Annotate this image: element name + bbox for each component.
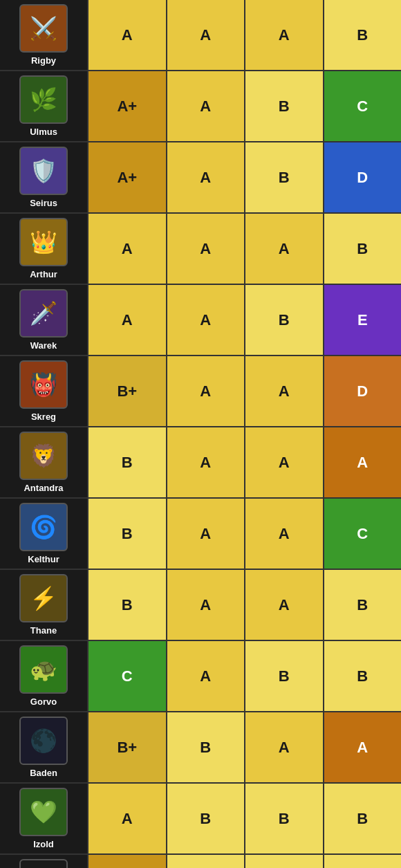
- hero-name: Kelthur: [28, 554, 59, 564]
- grade-cell: A: [166, 427, 245, 497]
- hero-avatar: 🛡️: [19, 147, 68, 195]
- table-row: 🌿UlmusA+ABC: [0, 71, 401, 142]
- grade-cell: B: [87, 570, 166, 640]
- hero-avatar: 🌿: [19, 75, 68, 124]
- grade-cell: A: [166, 142, 245, 212]
- grade-cell: B: [166, 784, 245, 853]
- grade-cell: B+: [87, 712, 166, 782]
- table-row: ⚔️RigbyAAAB: [0, 0, 401, 71]
- table-row: 🌀KelthurBAAC: [0, 499, 401, 570]
- hero-avatar: ⚔️: [19, 4, 68, 53]
- grade-cell: B: [323, 0, 402, 70]
- table-row: 🌑BadenB+BAA: [0, 712, 401, 784]
- grade-cell: A+: [87, 142, 166, 212]
- grade-cell: A: [244, 427, 323, 497]
- grade-cell: B: [323, 641, 402, 711]
- hero-avatar: 🗡️: [19, 289, 68, 338]
- table-row: 🦁AntandraBAAA: [0, 427, 401, 499]
- grade-cell: C: [323, 71, 402, 141]
- table-row: 🐢GorvoCABB: [0, 641, 401, 712]
- grade-cell: B: [244, 784, 323, 853]
- hero-name: Baden: [30, 768, 57, 778]
- hero-name: Arthur: [30, 269, 57, 279]
- hero-cell: ⚡Thane: [0, 570, 87, 640]
- grade-cell: A: [87, 285, 166, 355]
- grade-cell: A: [166, 71, 245, 141]
- hero-cell: 🌿Ulmus: [0, 71, 87, 141]
- table-row: 💀ThoranA+BBB: [0, 855, 401, 868]
- hero-avatar: 👑: [19, 218, 68, 266]
- table-row: 🗡️WarekAABE: [0, 285, 401, 356]
- tier-table: ⚔️RigbyAAAB🌿UlmusA+ABC🛡️SeirusA+ABD👑Arth…: [0, 0, 401, 868]
- grade-cell: A: [166, 214, 245, 284]
- hero-avatar: 🌑: [19, 717, 68, 765]
- grade-cell: B: [244, 285, 323, 355]
- grade-cell: B: [87, 427, 166, 497]
- grade-cell: E: [323, 285, 402, 355]
- grade-cell: A: [244, 0, 323, 70]
- hero-name: Thane: [30, 625, 57, 636]
- hero-name: Skreg: [31, 412, 56, 422]
- table-row: 💚IzoldABBB: [0, 784, 401, 855]
- grade-cell: A+: [87, 71, 166, 141]
- grade-cell: B: [323, 570, 402, 640]
- grade-cell: B: [244, 855, 323, 868]
- grade-cell: B: [166, 855, 245, 868]
- hero-cell: 🗡️Warek: [0, 285, 87, 355]
- hero-cell: 💀Thoran: [0, 855, 87, 868]
- grade-cell: D: [323, 142, 402, 212]
- grade-cell: B: [244, 142, 323, 212]
- grade-cell: A: [244, 499, 323, 569]
- grade-cell: A: [166, 499, 245, 569]
- hero-name: Antandra: [24, 483, 63, 493]
- grade-cell: B: [244, 641, 323, 711]
- hero-cell: 👹Skreg: [0, 356, 87, 426]
- grade-cell: A: [87, 784, 166, 853]
- grade-cell: A: [166, 285, 245, 355]
- hero-avatar: 💀: [19, 859, 68, 868]
- hero-avatar: 💚: [19, 788, 68, 836]
- hero-cell: 👑Arthur: [0, 214, 87, 284]
- grade-cell: A: [166, 570, 245, 640]
- grade-cell: A: [87, 214, 166, 284]
- grade-cell: B: [323, 214, 402, 284]
- hero-name: Rigby: [31, 55, 56, 66]
- hero-cell: 💚Izold: [0, 784, 87, 853]
- grade-cell: A: [166, 0, 245, 70]
- hero-cell: ⚔️Rigby: [0, 0, 87, 70]
- table-row: 🛡️SeirusA+ABD: [0, 142, 401, 214]
- grade-cell: A: [244, 712, 323, 782]
- table-row: 👑ArthurAAAB: [0, 214, 401, 285]
- hero-name: Seirus: [30, 198, 57, 208]
- hero-cell: 🐢Gorvo: [0, 641, 87, 711]
- grade-cell: A: [166, 356, 245, 426]
- hero-avatar: ⚡: [19, 574, 68, 622]
- hero-name: Izold: [33, 839, 54, 849]
- grade-cell: B: [87, 499, 166, 569]
- grade-cell: C: [323, 499, 402, 569]
- grade-cell: B: [166, 712, 245, 782]
- grade-cell: A: [323, 712, 402, 782]
- hero-name: Ulmus: [30, 127, 57, 137]
- hero-name: Warek: [30, 340, 57, 351]
- grade-cell: D: [323, 356, 402, 426]
- grade-cell: B: [323, 784, 402, 853]
- grade-cell: C: [87, 641, 166, 711]
- grade-cell: A+: [87, 855, 166, 868]
- hero-avatar: 🐢: [19, 645, 68, 694]
- hero-avatar: 🦁: [19, 432, 68, 480]
- hero-avatar: 👹: [19, 360, 68, 409]
- grade-cell: B+: [87, 356, 166, 426]
- hero-cell: 🛡️Seirus: [0, 142, 87, 212]
- grade-cell: A: [244, 570, 323, 640]
- hero-name: Gorvo: [30, 696, 57, 707]
- hero-cell: 🦁Antandra: [0, 427, 87, 497]
- hero-cell: 🌑Baden: [0, 712, 87, 782]
- grade-cell: B: [244, 71, 323, 141]
- grade-cell: A: [244, 356, 323, 426]
- grade-cell: A: [166, 641, 245, 711]
- table-row: 👹SkregB+AAD: [0, 356, 401, 427]
- grade-cell: B: [323, 855, 402, 868]
- hero-avatar: 🌀: [19, 503, 68, 551]
- grade-cell: A: [323, 427, 402, 497]
